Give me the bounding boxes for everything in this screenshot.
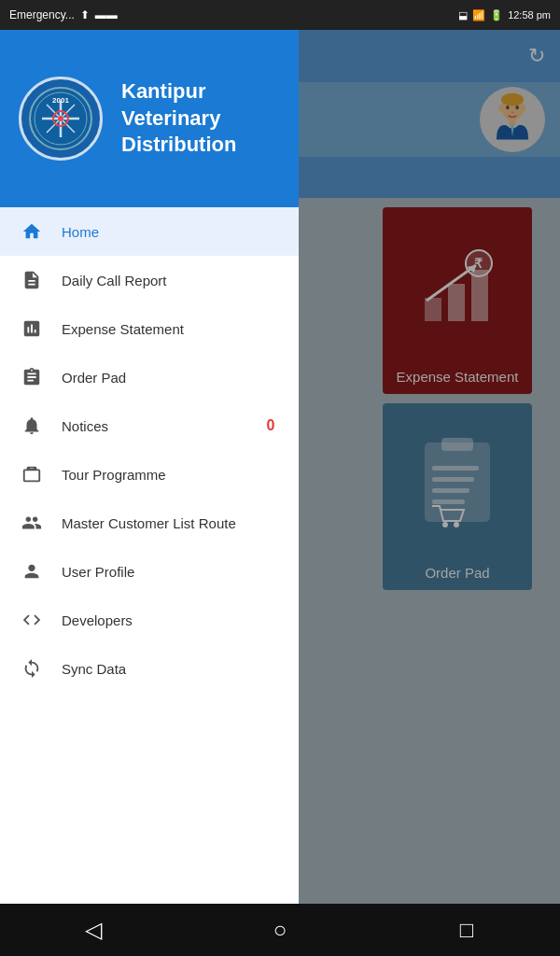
document-icon: [19, 267, 45, 293]
sync-data-label: Sync Data: [62, 661, 280, 677]
master-customer-label: Master Customer List Route: [62, 515, 280, 531]
battery-icon: 🔋: [490, 9, 503, 21]
sidebar-item-notices[interactable]: Notices 0: [0, 401, 299, 450]
developers-label: Developers: [62, 612, 280, 628]
status-bar: Emergency... ⬆ ▬▬ ⬓ 📶 🔋 12:58 pm: [0, 0, 560, 30]
time-display: 12:58 pm: [508, 9, 551, 21]
recent-button[interactable]: □: [439, 904, 495, 956]
sidebar-item-sync-data[interactable]: Sync Data: [0, 644, 299, 693]
wifi-icon: 📶: [472, 9, 485, 21]
bluetooth-icon: ⬓: [458, 9, 468, 21]
home-button[interactable]: ○: [252, 904, 308, 956]
sidebar-item-developers[interactable]: Developers: [0, 596, 299, 644]
drawer-logo: 2001: [19, 77, 103, 161]
drawer-company-name: KantipurVeterinaryDistribution: [121, 78, 236, 159]
notices-badge: 0: [261, 417, 280, 434]
navigation-drawer: 2001 KantipurVeterinaryDistribution: [0, 30, 299, 926]
back-button[interactable]: ◁: [65, 904, 121, 956]
sidebar-item-daily-call-report[interactable]: Daily Call Report: [0, 256, 299, 304]
sidebar-item-master-customer[interactable]: Master Customer List Route: [0, 499, 299, 547]
status-right: ⬓ 📶 🔋 12:58 pm: [458, 9, 551, 21]
person-icon: [19, 558, 45, 584]
expense-statement-label: Expense Statement: [62, 321, 280, 337]
notices-label: Notices: [62, 418, 261, 434]
svg-point-30: [58, 116, 63, 121]
sidebar-item-expense-statement[interactable]: Expense Statement: [0, 304, 299, 353]
people-icon: [19, 510, 45, 536]
drawer-scrim[interactable]: [299, 30, 560, 926]
sidebar-item-user-profile[interactable]: User Profile: [0, 547, 299, 596]
bell-icon: [19, 413, 45, 439]
bottom-nav: ◁ ○ □: [0, 904, 560, 956]
upload-icon: ⬆: [80, 8, 90, 21]
sim-icons: ▬▬: [95, 8, 118, 21]
drawer-nav: Home Daily Call Report Expense Statement…: [0, 207, 299, 926]
tour-programme-label: Tour Programme: [62, 467, 280, 483]
sync-icon: [19, 655, 45, 682]
status-left: Emergency... ⬆ ▬▬: [9, 8, 118, 21]
user-profile-label: User Profile: [62, 564, 280, 580]
code-icon: [19, 607, 45, 633]
home-label: Home: [62, 224, 280, 240]
briefcase-icon: [19, 461, 45, 487]
home-icon: [19, 218, 45, 245]
sidebar-item-tour-programme[interactable]: Tour Programme: [0, 450, 299, 499]
order-pad-label: Order Pad: [62, 370, 280, 386]
sidebar-item-order-pad[interactable]: Order Pad: [0, 353, 299, 401]
drawer-header: 2001 KantipurVeterinaryDistribution: [0, 30, 299, 207]
daily-call-report-label: Daily Call Report: [62, 273, 280, 288]
emergency-text: Emergency...: [9, 8, 75, 21]
chart-icon: [19, 316, 45, 342]
clipboard-icon: [19, 364, 45, 390]
sidebar-item-home[interactable]: Home: [0, 207, 299, 256]
